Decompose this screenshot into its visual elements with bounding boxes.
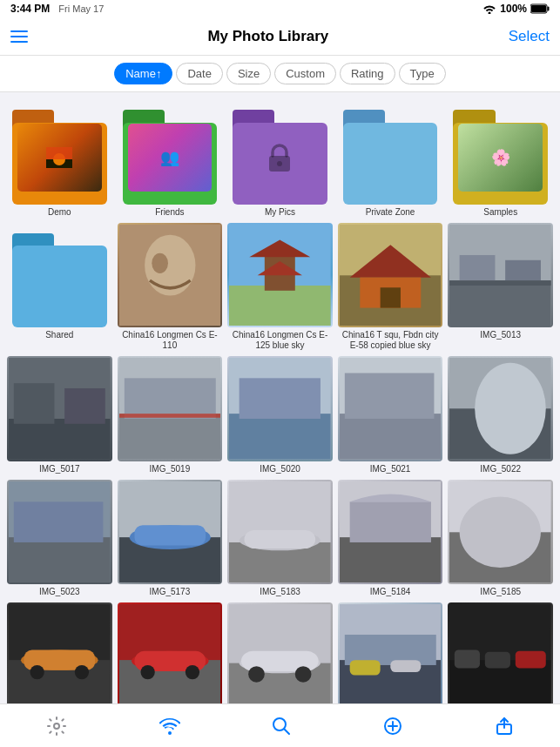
photo-img5022[interactable]: IMG_5022 [448, 356, 553, 474]
svg-point-8 [277, 161, 282, 166]
photo-img5023[interactable]: IMG_5023 [7, 480, 112, 598]
battery-icon [530, 3, 550, 14]
menu-button[interactable] [10, 30, 28, 43]
svg-line-91 [285, 729, 290, 734]
select-button[interactable]: Select [509, 28, 550, 45]
photo-img5019[interactable]: IMG_5019 [118, 356, 223, 474]
bottom-toolbar [0, 703, 560, 747]
svg-point-77 [248, 667, 265, 683]
filter-tab-type[interactable]: Type [399, 63, 446, 84]
photo-img5021[interactable]: IMG_5021 [338, 356, 443, 474]
search-icon [272, 717, 291, 736]
photo-china16-e125[interactable]: China16 Longmen Cs E-125 blue sky [227, 223, 333, 352]
wifi-toolbar-icon [159, 717, 180, 735]
svg-rect-45 [9, 537, 111, 582]
photo-img5185[interactable]: IMG_5185 [448, 480, 553, 598]
svg-rect-39 [340, 414, 442, 459]
folder-shared-label: Shared [45, 330, 73, 340]
photo-img5183-label: IMG_5183 [260, 587, 300, 597]
photo-grid: Demo 👥 Friends [0, 92, 560, 728]
photo-img5183[interactable]: IMG_5183 [227, 480, 333, 598]
photo-img5020[interactable]: IMG_5020 [227, 356, 333, 474]
search-button[interactable] [272, 717, 291, 736]
add-button[interactable] [383, 717, 402, 736]
photo-img5022-label: IMG_5022 [480, 464, 521, 474]
share-button[interactable] [495, 717, 514, 736]
svg-rect-29 [14, 383, 55, 424]
filter-tab-custom[interactable]: Custom [274, 63, 336, 84]
photo-china16-tsqu[interactable]: China16 T squ, Fbdn city E-58 copied blu… [338, 223, 443, 352]
folder-mypics[interactable]: My Pics [227, 99, 333, 218]
svg-rect-21 [380, 287, 400, 307]
svg-rect-34 [119, 414, 221, 418]
status-day: Fri May 17 [58, 3, 104, 14]
status-time: 3:44 PM [10, 3, 50, 15]
status-bar: 3:44 PM Fri May 17 100% [0, 0, 560, 17]
filter-tab-date[interactable]: Date [176, 63, 222, 84]
folder-privatezone-label: Private Zone [366, 207, 415, 218]
svg-point-65 [30, 665, 44, 679]
svg-point-60 [460, 496, 541, 568]
folder-samples[interactable]: 🌸 Samples [448, 99, 553, 218]
photo-china16-e125-label: China16 Longmen Cs E-125 blue sky [227, 330, 333, 351]
share-icon [495, 717, 514, 736]
wifi-button[interactable] [159, 717, 180, 735]
photo-img5023-label: IMG_5023 [39, 587, 80, 597]
svg-rect-37 [240, 379, 320, 420]
add-icon [383, 717, 402, 736]
svg-rect-23 [449, 280, 551, 326]
battery-level: 100% [500, 3, 527, 15]
svg-rect-54 [245, 530, 316, 548]
photo-img5021-label: IMG_5021 [370, 464, 411, 474]
photo-china16-e110-label: China16 Longmen Cs E-110 [118, 330, 223, 351]
folder-demo-label: Demo [48, 207, 71, 218]
svg-rect-50 [134, 525, 206, 545]
photo-img5184-label: IMG_5184 [370, 587, 411, 597]
filter-tab-name[interactable]: Name↑ [114, 63, 172, 84]
folder-demo[interactable]: Demo [7, 99, 112, 218]
photo-china16-e110[interactable]: China16 Longmen Cs E-110 [118, 223, 223, 352]
svg-point-89 [54, 723, 59, 729]
svg-rect-26 [449, 280, 551, 286]
folder-samples-label: Samples [483, 207, 517, 218]
settings-button[interactable] [46, 716, 67, 737]
photo-img5173-label: IMG_5173 [150, 587, 191, 597]
svg-rect-2 [531, 5, 546, 12]
photo-img5173[interactable]: IMG_5173 [118, 480, 223, 598]
svg-rect-86 [455, 650, 480, 669]
svg-point-71 [140, 665, 154, 679]
svg-point-43 [476, 363, 547, 454]
svg-rect-28 [9, 419, 111, 460]
lock-icon [264, 140, 295, 175]
svg-rect-36 [229, 414, 331, 459]
photo-img5013-label: IMG_5013 [480, 330, 521, 340]
svg-point-11 [152, 252, 168, 273]
settings-icon [46, 716, 67, 737]
svg-rect-82 [349, 661, 380, 676]
folder-privatezone[interactable]: Private Zone [338, 99, 443, 218]
photo-img5013[interactable]: IMG_5013 [448, 223, 553, 352]
wifi-icon [482, 3, 496, 14]
filter-tab-rating[interactable]: Rating [340, 63, 395, 84]
filter-tab-size[interactable]: Size [226, 63, 271, 84]
folder-friends-label: Friends [155, 207, 184, 218]
photo-china16-tsqu-label: China16 T squ, Fbdn city E-58 copied blu… [338, 330, 443, 351]
svg-point-72 [185, 665, 199, 679]
svg-rect-40 [345, 374, 435, 419]
svg-rect-6 [46, 147, 72, 159]
photo-img5017-label: IMG_5017 [39, 464, 80, 474]
photo-img5184[interactable]: IMG_5184 [338, 480, 443, 598]
folder-friends[interactable]: 👥 Friends [118, 99, 223, 218]
folder-shared[interactable]: Shared [7, 223, 112, 352]
nav-bar: My Photo Library Select [0, 17, 560, 56]
folder-mypics-label: My Pics [265, 207, 295, 218]
svg-point-66 [75, 665, 89, 679]
photo-img5020-label: IMG_5020 [260, 464, 300, 474]
svg-rect-83 [390, 661, 421, 673]
svg-rect-32 [119, 414, 221, 459]
svg-rect-57 [349, 501, 430, 542]
photo-img5017[interactable]: IMG_5017 [7, 356, 112, 474]
svg-rect-30 [64, 388, 105, 424]
svg-rect-13 [229, 286, 331, 326]
svg-rect-33 [124, 379, 215, 420]
